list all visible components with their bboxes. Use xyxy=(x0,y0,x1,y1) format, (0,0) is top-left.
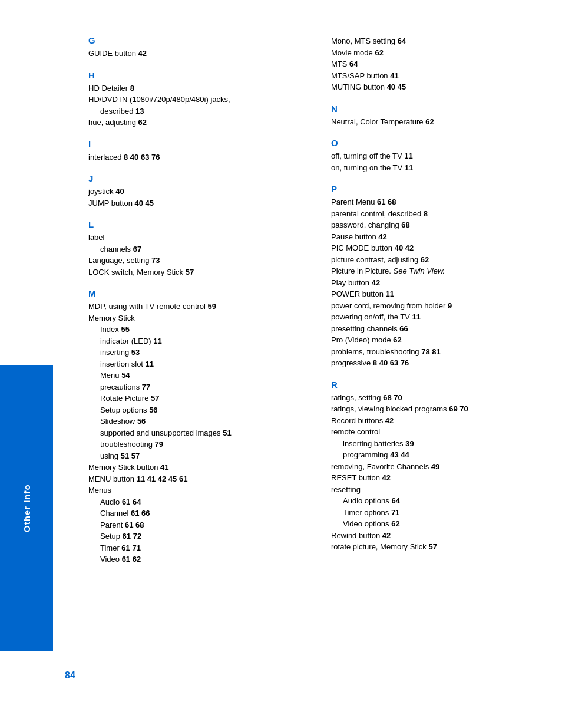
section-letter: R xyxy=(331,380,527,390)
index-entry: removing, Favorite Channels 49 xyxy=(331,461,527,473)
index-entry: Menus xyxy=(88,485,284,496)
index-entry: off, turning off the TV 11 xyxy=(331,150,527,162)
index-entry: Pause button 42 xyxy=(331,231,527,243)
index-entry: HD/DVD IN (1080i/720p/480p/480i) jacks, xyxy=(88,94,284,106)
index-entry: RESET button 42 xyxy=(331,472,527,484)
index-entry: MENU button 11 41 42 45 61 xyxy=(88,473,284,485)
index-entry: Audio 61 64 xyxy=(88,496,284,508)
index-entry: troubleshooting 79 xyxy=(88,439,284,450)
index-entry: MTS 64 xyxy=(331,58,527,70)
index-entry: Memory Stick button 41 xyxy=(88,462,284,473)
index-entry: remote control xyxy=(331,426,527,438)
index-entry: Slideshow 56 xyxy=(88,416,284,427)
index-entry: Timer 61 71 xyxy=(88,542,284,554)
section-letter: P xyxy=(331,184,527,194)
index-entry: Parent 61 68 xyxy=(88,519,284,531)
index-entry: insertion slot 11 xyxy=(88,358,284,370)
index-entry: Neutral, Color Temperature 62 xyxy=(331,116,527,128)
index-entry: ratings, viewing blocked programs 69 70 xyxy=(331,403,527,415)
sidebar-label: Other Info xyxy=(22,485,32,533)
index-entry: Video 61 62 xyxy=(88,554,284,565)
index-entry: Setup 61 72 xyxy=(88,531,284,542)
index-entry: described 13 xyxy=(88,106,284,117)
index-section: PParent Menu 61 68parental control, desc… xyxy=(331,184,527,369)
index-entry: precautions 77 xyxy=(88,381,284,393)
index-entry: Movie mode 62 xyxy=(331,47,527,59)
index-entry: Play button 42 xyxy=(331,277,527,289)
index-entry: rotate picture, Memory Stick 57 xyxy=(331,541,527,553)
section-letter: I xyxy=(88,139,284,149)
index-entry: joystick 40 xyxy=(88,186,284,197)
index-section: Llabelchannels 67Language, setting 73LOC… xyxy=(88,219,284,278)
index-entry: ratings, setting 68 70 xyxy=(331,392,527,404)
index-entry: presetting channels 66 xyxy=(331,323,527,335)
left-column: GGUIDE button 42HHD Detailer 8HD/DVD IN … xyxy=(88,35,296,693)
section-letter: O xyxy=(331,138,527,148)
index-entry: inserting batteries 39 xyxy=(331,438,527,450)
index-entry: Pro (Video) mode 62 xyxy=(331,334,527,346)
index-entry: Mono, MTS setting 64 xyxy=(331,35,527,47)
section-letter: M xyxy=(88,288,284,298)
section-letter: H xyxy=(88,70,284,80)
main-content: GGUIDE button 42HHD Detailer 8HD/DVD IN … xyxy=(53,0,562,728)
sidebar: Other Info xyxy=(0,365,53,651)
page-container: Other Info GGUIDE button 42HHD Detailer … xyxy=(0,0,562,728)
index-section: Ooff, turning off the TV 11on, turning o… xyxy=(331,138,527,173)
section-letter: J xyxy=(88,173,284,183)
index-entry: MTS/SAP button 41 xyxy=(331,70,527,82)
index-entry: Timer options 71 xyxy=(331,507,527,519)
index-entry: Rotate Picture 57 xyxy=(88,393,284,404)
index-entry: resetting xyxy=(331,484,527,496)
index-entry: Audio options 64 xyxy=(331,495,527,507)
index-entry: LOCK switch, Memory Stick 57 xyxy=(88,266,284,278)
index-section: NNeutral, Color Temperature 62 xyxy=(331,104,527,128)
index-entry: using 51 57 xyxy=(88,450,284,462)
index-entry: MUTING button 40 45 xyxy=(331,81,527,93)
section-letter: G xyxy=(88,35,284,45)
index-entry: Menu 54 xyxy=(88,370,284,381)
index-entry: Memory Stick xyxy=(88,312,284,324)
index-entry: Record buttons 42 xyxy=(331,415,527,427)
section-letter: L xyxy=(88,219,284,229)
index-entry: channels 67 xyxy=(88,243,284,255)
page-number: 84 xyxy=(65,670,75,681)
index-entry: HD Detailer 8 xyxy=(88,83,284,94)
index-section: Iinterlaced 8 40 63 76 xyxy=(88,139,284,163)
index-entry: label xyxy=(88,232,284,243)
section-letter: N xyxy=(331,104,527,114)
index-section: GGUIDE button 42 xyxy=(88,35,284,60)
index-section: Rratings, setting 68 70ratings, viewing … xyxy=(331,380,527,553)
index-entry: Channel 61 66 xyxy=(88,508,284,519)
index-entry: programming 43 44 xyxy=(331,449,527,461)
index-section: MMDP, using with TV remote control 59Mem… xyxy=(88,288,284,565)
right-column: Mono, MTS setting 64Movie mode 62MTS 64M… xyxy=(319,35,527,693)
index-entry: Index 55 xyxy=(88,324,284,335)
index-entry: Setup options 56 xyxy=(88,404,284,416)
index-entry: GUIDE button 42 xyxy=(88,48,284,60)
index-entry: picture contrast, adjusting 62 xyxy=(331,254,527,266)
index-entry: JUMP button 40 45 xyxy=(88,197,284,209)
index-entry: POWER button 11 xyxy=(331,288,527,300)
index-entry: hue, adjusting 62 xyxy=(88,117,284,129)
index-entry: parental control, described 8 xyxy=(331,208,527,220)
index-entry: supported and unsupported images 51 xyxy=(88,427,284,439)
index-section: Mono, MTS setting 64Movie mode 62MTS 64M… xyxy=(331,35,527,93)
index-entry: password, changing 68 xyxy=(331,219,527,231)
index-entry: power cord, removing from holder 9 xyxy=(331,300,527,312)
index-entry: indicator (LED) 11 xyxy=(88,335,284,347)
index-entry: on, turning on the TV 11 xyxy=(331,162,527,174)
index-entry: problems, troubleshooting 78 81 xyxy=(331,346,527,358)
index-section: HHD Detailer 8HD/DVD IN (1080i/720p/480p… xyxy=(88,70,284,129)
index-entry: PIC MODE button 40 42 xyxy=(331,242,527,254)
index-entry: progressive 8 40 63 76 xyxy=(331,357,527,369)
index-entry: Rewind button 42 xyxy=(331,530,527,542)
index-entry: Picture in Picture. See Twin View. xyxy=(331,265,527,277)
index-entry: Parent Menu 61 68 xyxy=(331,196,527,208)
index-entry: interlaced 8 40 63 76 xyxy=(88,151,284,163)
index-section: Jjoystick 40JUMP button 40 45 xyxy=(88,173,284,209)
index-entry: Language, setting 73 xyxy=(88,255,284,266)
index-entry: inserting 53 xyxy=(88,347,284,358)
index-entry: powering on/off, the TV 11 xyxy=(331,311,527,323)
index-entry: MDP, using with TV remote control 59 xyxy=(88,301,284,312)
index-entry: Video options 62 xyxy=(331,518,527,530)
